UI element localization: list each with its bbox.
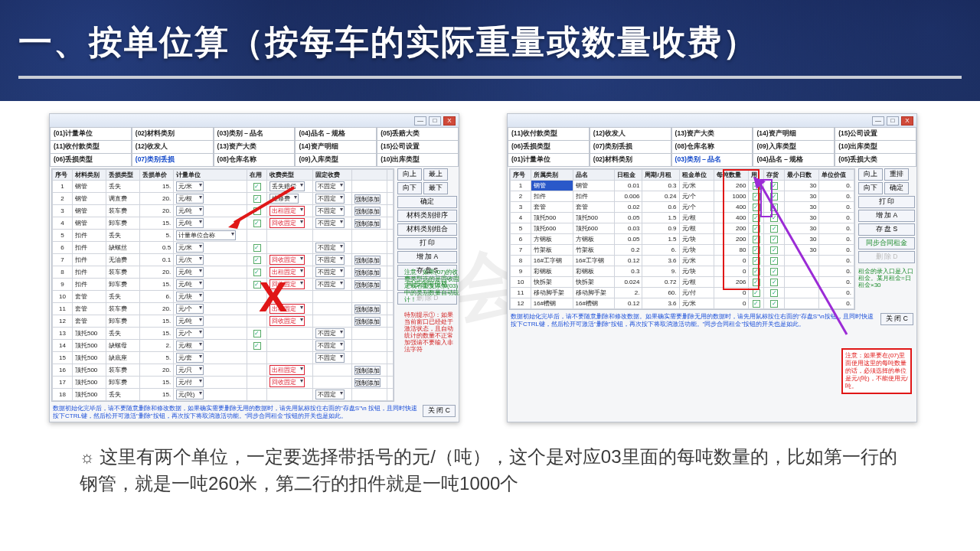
tab[interactable]: (05)丢损大类 <box>835 154 916 167</box>
tab[interactable]: (09)入库类型 <box>295 154 377 167</box>
minimize-button[interactable]: — <box>872 116 884 126</box>
sort-by-category-button[interactable]: 材料类别排序 <box>397 210 457 222</box>
left-red-note: 特别提示①：如果当前窗口已经处于激活状态，且自动统计的数量不正常加强请不要输入非… <box>404 311 458 353</box>
left-grid[interactable]: 序号材料类别丢损类型丢损单价计量单位在用收费类型固定收费1钢管丢失15.元/米✓… <box>52 169 394 401</box>
maximize-button[interactable]: □ <box>429 116 441 126</box>
tab[interactable]: (04)品名－规格 <box>295 128 377 141</box>
tab[interactable]: (15)公司设置 <box>835 128 916 141</box>
tab[interactable]: (10)出库类型 <box>377 154 459 167</box>
tab[interactable]: (10)出库类型 <box>835 141 916 154</box>
tab[interactable]: (08)仓库名称 <box>214 154 296 167</box>
bullet-icon: ☼ <box>80 448 95 467</box>
right-green-note: 租金的录入口是入口租金。某月租金=日租金×30 <box>858 268 915 289</box>
sync-rent-button[interactable]: 同步合同租金 <box>858 237 915 249</box>
left-tabs: (01)计量单位(02)材料类别(03)类别－品名(04)品名－规格(05)丢赔… <box>50 128 459 167</box>
left-footer-hint: 数据初始化完毕后，请不要随意删除和修改数据，如果确实需要删除无用的数据时，请先用… <box>53 405 418 420</box>
right-footer-hint: 数据初始化完毕后，请不要随意删除和修改数据。如果确实需要删除无用的数据时，请先用… <box>511 313 876 328</box>
tab[interactable]: (13)资产大类 <box>671 128 753 141</box>
tab[interactable]: (14)资产明细 <box>753 128 835 141</box>
delete-button: 删 除 D <box>858 251 915 263</box>
left-green-note: 注意：如果(07)的收费类型选的是固收固定或者重复添加(03)中的类别数量自动统… <box>404 269 459 303</box>
maximize-button[interactable]: □ <box>887 116 899 126</box>
tab[interactable]: (13)资产大类 <box>214 141 296 154</box>
tab[interactable]: (11)收付款类型 <box>50 141 132 154</box>
tab[interactable]: (09)入库类型 <box>753 141 835 154</box>
tab[interactable]: (05)丢赔大类 <box>377 128 459 141</box>
move-down-button[interactable]: 向下 <box>397 182 422 194</box>
tab[interactable]: (03)类别－品名 <box>671 154 753 167</box>
confirm-button[interactable]: 确定 <box>397 196 457 208</box>
window-chrome: — □ X <box>50 114 459 128</box>
tab[interactable]: (07)类别丢损 <box>132 154 214 167</box>
confirm-button[interactable]: 确定 <box>884 182 909 194</box>
tab[interactable]: (14)资产明细 <box>295 141 377 154</box>
close-button[interactable]: X <box>901 116 913 126</box>
tab[interactable]: (11)收付款类型 <box>508 128 590 141</box>
print-button[interactable]: 打 印 <box>397 237 457 249</box>
add-button[interactable]: 增 加 A <box>397 251 457 263</box>
move-up-button[interactable]: 向上 <box>858 168 883 181</box>
tab[interactable]: (12)收发人 <box>590 128 671 141</box>
print-button[interactable]: 打 印 <box>858 196 915 208</box>
minimize-button[interactable]: — <box>414 116 426 126</box>
right-tabs: (11)收付款类型(12)收发人(13)资产大类(14)资产明细(15)公司设置… <box>508 128 916 167</box>
save-button[interactable]: 存 盘 S <box>858 223 915 236</box>
right-red-tipbox: 注意：如果要在(07)里面使用这里的每吨数量的话，必须选择的单位是元/(吨)，不… <box>841 348 912 394</box>
move-down-button[interactable]: 向下 <box>858 182 883 194</box>
tab[interactable]: (07)类别丢损 <box>590 141 671 154</box>
tab[interactable]: (12)收发人 <box>132 141 214 154</box>
right-side-buttons: 向上 重排 向下 确定 打 印 增 加 A 存 盘 S 同步合同租金 删 除 D… <box>857 167 916 311</box>
tab[interactable]: (01)计量单位 <box>508 154 590 167</box>
tab[interactable]: (02)材料类别 <box>132 128 214 141</box>
tab[interactable]: (06)丢损类型 <box>50 154 132 167</box>
move-up-button[interactable]: 向上 <box>397 168 422 181</box>
window-chrome: — □ X <box>508 114 916 128</box>
tab[interactable]: (01)计量单位 <box>50 128 132 141</box>
right-app-window: — □ X (11)收付款类型(12)收发人(13)资产大类(14)资产明细(1… <box>507 113 917 422</box>
slide-title: 一、按单位算（按每车的实际重量或数量收费） <box>18 20 962 79</box>
add-button[interactable]: 增 加 A <box>858 210 915 222</box>
close-button[interactable]: X <box>443 116 456 126</box>
tab[interactable]: (03)类别－品名 <box>214 128 296 141</box>
close-window-button[interactable]: 关 闭 C <box>423 405 456 417</box>
tab[interactable]: (06)丢损类型 <box>508 141 590 154</box>
tab[interactable]: (04)品名－规格 <box>753 154 835 167</box>
move-top-button[interactable]: 最上 <box>423 168 448 181</box>
tab[interactable]: (08)仓库名称 <box>671 141 753 154</box>
bullet-paragraph: ☼这里有两个单位，一定要选择带括号的元/（吨），这个是对应03里面的每吨数量的，… <box>80 444 911 497</box>
bullet-text: 这里有两个单位，一定要选择带括号的元/（吨），这个是对应03里面的每吨数量的，比… <box>80 446 897 494</box>
right-grid[interactable]: 序号所属类别品名日租金周期/月租租金单位每吨数量用存货最小日数单位价值1钢管钢管… <box>510 169 854 309</box>
move-bottom-button[interactable]: 最下 <box>423 182 448 194</box>
tab[interactable]: (02)材料类别 <box>590 154 671 167</box>
close-window-button[interactable]: 关 闭 C <box>880 313 913 325</box>
resort-button[interactable]: 重排 <box>884 168 909 181</box>
left-app-window: — □ X (01)计量单位(02)材料类别(03)类别－品名(04)品名－规格… <box>49 113 459 422</box>
tab[interactable]: (15)公司设置 <box>377 141 459 154</box>
group-category-button[interactable]: 材料类别组合 <box>397 223 457 236</box>
